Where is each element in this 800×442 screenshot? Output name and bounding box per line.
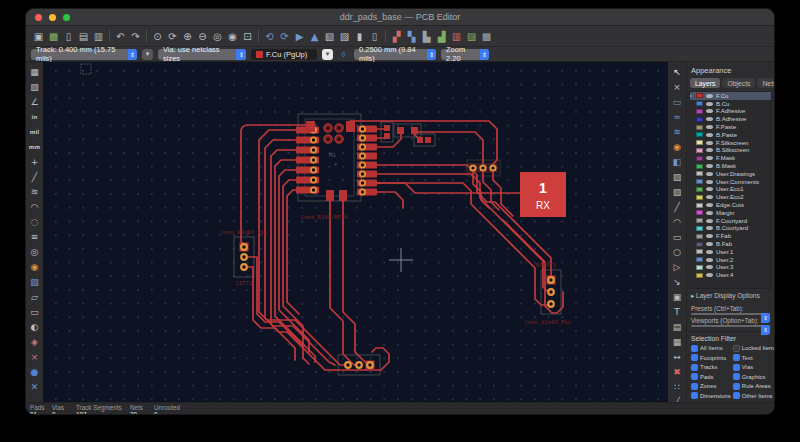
flip-vertical-button[interactable]: ▲ [307, 29, 322, 44]
unlock-button[interactable]: ▯ [367, 29, 382, 44]
plugin-manager-button[interactable]: ▩ [479, 29, 494, 44]
ungroup-button[interactable]: ▨ [337, 29, 352, 44]
selection-filter-item[interactable]: Footprints [691, 354, 731, 361]
visibility-eye-icon[interactable] [706, 219, 713, 223]
layer-row[interactable]: Margin [690, 209, 771, 217]
draw-polygon-button[interactable]: ▷ [670, 259, 685, 274]
layer-row[interactable]: F.Adhesive [690, 108, 771, 116]
selection-filter-item[interactable]: Zones [691, 383, 731, 390]
selection-filter-item[interactable]: Vias [733, 364, 775, 371]
visibility-eye-icon[interactable] [706, 234, 713, 238]
right-connector-footprint[interactable]: RIGHT1 Conn_01x03_Pin [525, 262, 571, 326]
zoom-dropdown[interactable]: Zoom 2.20 ⇕ [441, 49, 489, 60]
left-connector-footprint[interactable]: Conn_01x03_Pin LEFT1 [221, 229, 267, 286]
checkbox[interactable] [733, 364, 740, 371]
curved-ratsnest-button[interactable]: ◠ [27, 199, 42, 214]
route-tracks-button[interactable]: ≈ [670, 109, 685, 124]
checkbox[interactable] [691, 383, 698, 390]
selection-filter-item[interactable]: Other Items [733, 392, 775, 399]
visibility-eye-icon[interactable] [706, 195, 713, 199]
grid-size-dropdown[interactable]: 0.2500 mm (9.84 mils) ⇕ [354, 49, 436, 60]
visibility-eye-icon[interactable] [706, 156, 713, 160]
layer-row[interactable]: F.Mask [690, 154, 771, 162]
save-button[interactable]: ▣ [31, 29, 46, 44]
visibility-eye-icon[interactable] [706, 258, 713, 262]
viewports-dropdown[interactable]: ⇕ [691, 325, 770, 327]
visibility-eye-icon[interactable] [706, 148, 713, 152]
layer-row[interactable]: B.Silkscreen [690, 147, 771, 155]
footprint-editor-button[interactable]: ▞ [389, 29, 404, 44]
search-button[interactable]: ⊙ [150, 29, 165, 44]
refresh-button[interactable]: ⟳ [165, 29, 180, 44]
ratsnest-button[interactable]: ≋ [27, 184, 42, 199]
net-colors-button[interactable]: ◈ [27, 334, 42, 349]
layer-row[interactable]: Edge.Cuts [690, 201, 771, 209]
layer-row[interactable]: F.Silkscreen [690, 139, 771, 147]
layer-display-options[interactable]: ▸ Layer Display Options [687, 289, 774, 303]
highlight-net-button[interactable]: × [670, 79, 685, 94]
visibility-eye-icon[interactable] [706, 125, 713, 129]
sketch-shapes-button[interactable]: ▭ [27, 304, 42, 319]
visibility-eye-icon[interactable] [706, 265, 713, 269]
selection-filter-item[interactable]: Tracks [691, 364, 731, 371]
undo-button[interactable]: ↶ [113, 29, 128, 44]
rule-area-button[interactable]: ▧ [670, 184, 685, 199]
layer-row[interactable]: User.2 [690, 256, 771, 264]
delete-tool-button[interactable]: ✖ [670, 364, 685, 379]
rotate-ccw-button[interactable]: ⟲ [262, 29, 277, 44]
drc-button[interactable]: ▥ [449, 29, 464, 44]
sketch-tracks-button[interactable]: ≡ [27, 229, 42, 244]
layer-row[interactable]: F.Fab [690, 232, 771, 240]
visibility-eye-icon[interactable] [706, 187, 713, 191]
selection-filter-item[interactable]: Text [733, 354, 775, 361]
layer-row[interactable]: User.Drawings [690, 170, 771, 178]
checkbox[interactable] [691, 392, 698, 399]
active-layer-dropdown[interactable]: F.Cu (PgUp) [251, 49, 317, 60]
copper-traces[interactable] [241, 121, 563, 370]
layer-row[interactable]: User.Comments [690, 178, 771, 186]
add-textbox-button[interactable]: ▤ [670, 319, 685, 334]
visibility-eye-icon[interactable] [706, 133, 713, 137]
draw-arc-button[interactable]: ◠ [670, 214, 685, 229]
visibility-eye-icon[interactable] [706, 226, 713, 230]
polar-coordinates-button[interactable]: ∠ [27, 94, 42, 109]
draw-rectangle-button[interactable]: ▭ [670, 229, 685, 244]
properties-button[interactable]: ✕ [27, 379, 42, 394]
layer-row[interactable]: B.Courtyard [690, 225, 771, 233]
tab-objects[interactable]: Objects [722, 78, 755, 88]
update-pcb-button[interactable]: ▨ [464, 29, 479, 44]
layer-pair-button[interactable]: ▾ [322, 49, 333, 60]
net-highlight-button[interactable]: ◌ [27, 214, 42, 229]
visibility-eye-icon[interactable] [706, 273, 713, 277]
zones-outline-button[interactable]: ▱ [27, 289, 42, 304]
checkbox[interactable] [733, 383, 740, 390]
track-width-dropdown[interactable]: Track: 0.400 mm (15.75 mils) ⇕ [31, 49, 137, 60]
visibility-eye-icon[interactable] [706, 141, 713, 145]
checkbox[interactable] [691, 364, 698, 371]
add-via-button[interactable]: ◉ [670, 139, 685, 154]
rx-test-pad[interactable]: 1 RX [520, 172, 566, 217]
visibility-eye-icon[interactable] [706, 172, 713, 176]
zoom-out-button[interactable]: ⊖ [195, 29, 210, 44]
checkbox[interactable] [691, 373, 698, 380]
top-right-pads[interactable] [469, 164, 497, 172]
selection-filter-item[interactable]: Locked Items [733, 345, 775, 352]
edit-track-widths-button[interactable]: ▾ [142, 49, 153, 60]
print-button[interactable]: ▤ [76, 29, 91, 44]
checkbox[interactable] [733, 373, 740, 380]
zoom-fit-button[interactable]: ◎ [210, 29, 225, 44]
redo-button[interactable]: ↷ [128, 29, 143, 44]
layer-row[interactable]: F.Courtyard [690, 217, 771, 225]
3d-sphere-button[interactable]: ● [27, 364, 42, 379]
layer-row[interactable]: B.Paste [690, 131, 771, 139]
zoom-objects-button[interactable]: ◉ [225, 29, 240, 44]
layer-row[interactable]: B.Mask [690, 162, 771, 170]
tab-nets[interactable]: Nets [757, 78, 775, 88]
zones-filled-button[interactable]: ▧ [27, 274, 42, 289]
remove-unused-vias-icon[interactable]: ⬨ [338, 49, 349, 60]
layer-row[interactable]: User.1 [690, 248, 771, 256]
selection-filter-item[interactable]: Graphics [733, 373, 775, 380]
checkbox[interactable] [691, 354, 698, 361]
dimension-button[interactable]: ↔ [670, 349, 685, 364]
flip-horizontal-button[interactable]: ▶ [292, 29, 307, 44]
